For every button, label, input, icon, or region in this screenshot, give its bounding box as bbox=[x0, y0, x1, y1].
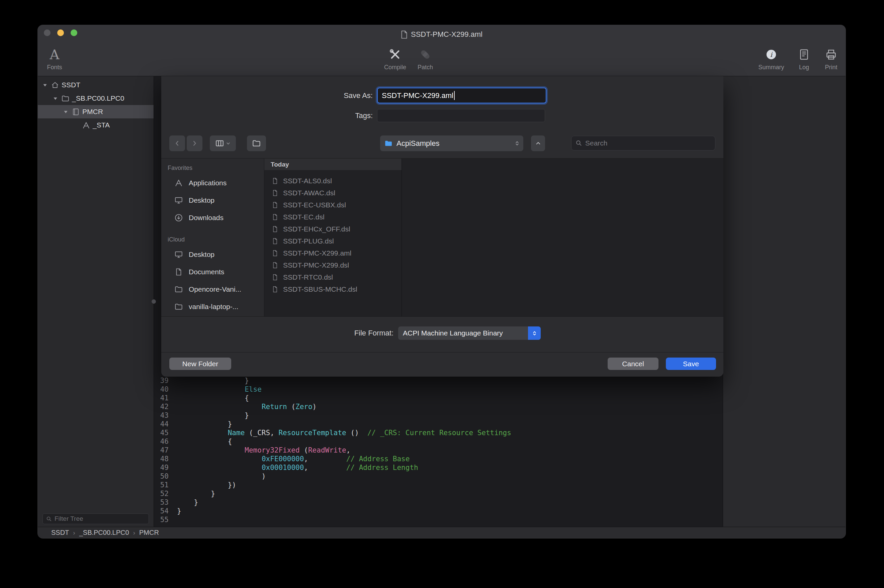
code-editor[interactable]: 39 }40 Else41 {42 Return (Zero)43 }44 }4… bbox=[154, 376, 723, 524]
tree-item-pmcr[interactable]: PMCR bbox=[38, 105, 153, 118]
disclosure-triangle-icon[interactable] bbox=[41, 81, 48, 88]
file-item[interactable]: SSDT-RTC0.dsl bbox=[264, 271, 402, 283]
filter-tree-input[interactable]: Filter Tree bbox=[42, 513, 149, 524]
zoom-button[interactable] bbox=[71, 29, 77, 36]
code-line: 48 0xFE000000, // Address Base bbox=[154, 454, 723, 463]
splitter-handle[interactable] bbox=[152, 299, 156, 304]
sidebar-item-opencore-vani[interactable]: Opencore-Vani... bbox=[161, 280, 264, 298]
disclosure-triangle-icon[interactable] bbox=[62, 108, 69, 116]
tree-item-label: _STA bbox=[93, 121, 110, 129]
file-item-label: SSDT-AWAC.dsl bbox=[283, 189, 335, 197]
code-text: 0x00010000, // Address Length bbox=[171, 463, 418, 472]
save-as-input[interactable]: SSDT-PMC-X299.aml bbox=[377, 88, 546, 104]
search-icon bbox=[575, 140, 582, 147]
sidebar-item-downloads[interactable]: Downloads bbox=[161, 209, 264, 226]
code-line: 45 Name (_CRS, ResourceTemplate () // _C… bbox=[154, 429, 723, 437]
line-number: 54 bbox=[154, 507, 171, 515]
location-value: AcpiSamples bbox=[396, 139, 439, 148]
code-line: 52 } bbox=[154, 489, 723, 498]
sidebar-item-documents[interactable]: Documents bbox=[161, 263, 264, 280]
file-item[interactable]: SSDT-SBUS-MCHC.dsl bbox=[264, 283, 402, 296]
disclosure-triangle-icon[interactable] bbox=[51, 94, 59, 102]
path-separator: › bbox=[133, 529, 135, 537]
save-button[interactable]: Save bbox=[666, 357, 716, 370]
compile-button[interactable]: Compile bbox=[377, 47, 414, 71]
tree-item-ssdt[interactable]: SSDT bbox=[38, 78, 153, 92]
line-number: 48 bbox=[154, 454, 171, 463]
sidebar-item-applications[interactable]: Applications bbox=[161, 174, 264, 192]
file-item-label: SSDT-PLUG.dsl bbox=[283, 237, 334, 245]
minimize-button[interactable] bbox=[57, 29, 64, 36]
file-item[interactable]: SSDT-PLUG.dsl bbox=[264, 235, 402, 247]
fonts-button[interactable]: A Fonts bbox=[41, 47, 68, 71]
file-format-popup[interactable]: ACPI Machine Language Binary bbox=[398, 327, 541, 340]
folder-action-button[interactable] bbox=[247, 135, 266, 151]
forward-button[interactable] bbox=[187, 135, 203, 151]
popup-chevrons-icon bbox=[514, 141, 520, 146]
code-text: Memory32Fixed (ReadWrite, bbox=[171, 446, 350, 454]
path-item[interactable]: _SB.PC00.LPC0 bbox=[79, 529, 129, 537]
breadcrumb: SSDT›_SB.PC00.LPC0›PMCR bbox=[51, 529, 159, 537]
patch-label: Patch bbox=[417, 63, 433, 71]
sidebar-item-vanilla-laptop[interactable]: vanilla-laptop-... bbox=[161, 298, 264, 315]
method-icon bbox=[82, 121, 90, 129]
file-item[interactable]: SSDT-AWAC.dsl bbox=[264, 187, 402, 199]
path-separator: › bbox=[73, 529, 75, 537]
new-folder-button[interactable]: New Folder bbox=[169, 357, 231, 370]
search-input[interactable]: Search bbox=[571, 136, 715, 150]
tree-item-sb-pc00-lpc0[interactable]: _SB.PC00.LPC0 bbox=[38, 92, 153, 105]
status-bar: SSDT›_SB.PC00.LPC0›PMCR bbox=[38, 527, 845, 538]
summary-button[interactable]: i Summary bbox=[755, 47, 788, 71]
tree-item-sta[interactable]: _STA bbox=[38, 118, 153, 132]
blue-folder-icon bbox=[384, 139, 393, 148]
compile-label: Compile bbox=[384, 63, 406, 71]
log-icon bbox=[797, 47, 811, 62]
file-item[interactable]: SSDT-EHCx_OFF.dsl bbox=[264, 223, 402, 235]
code-text: ) bbox=[171, 472, 266, 481]
window-header: SSDT-PMC-X299.aml A Fonts Compile Patch … bbox=[38, 25, 845, 76]
view-mode-button[interactable] bbox=[210, 135, 236, 151]
chevron-up-icon bbox=[535, 141, 541, 146]
code-text: }) bbox=[171, 481, 236, 489]
code-line: 41 { bbox=[154, 394, 723, 402]
print-icon bbox=[824, 47, 838, 62]
patch-icon bbox=[418, 47, 432, 62]
file-browser: Favorites ApplicationsDesktopDownloads i… bbox=[161, 158, 723, 317]
file-item-label: SSDT-ALS0.dsl bbox=[283, 177, 332, 185]
file-item[interactable]: SSDT-EC.dsl bbox=[264, 211, 402, 223]
code-text: } bbox=[171, 489, 215, 498]
file-format-label: File Format: bbox=[161, 327, 393, 340]
applications-icon bbox=[174, 178, 183, 187]
traffic-lights bbox=[44, 29, 77, 36]
maciasl-window: SSDT-PMC-X299.aml A Fonts Compile Patch … bbox=[38, 25, 846, 538]
file-item[interactable]: SSDT-ALS0.dsl bbox=[264, 175, 402, 187]
sidebar-item-desktop[interactable]: Desktop bbox=[161, 246, 264, 263]
document-proxy-icon bbox=[401, 30, 408, 39]
tags-input[interactable] bbox=[377, 109, 545, 122]
column-view-icon bbox=[216, 139, 224, 147]
sidebar-item-label: Applications bbox=[189, 179, 227, 187]
close-button[interactable] bbox=[44, 29, 51, 36]
path-item[interactable]: SSDT bbox=[51, 529, 69, 537]
file-item[interactable]: SSDT-PMC-X299.dsl bbox=[264, 259, 402, 271]
print-button[interactable]: Print bbox=[819, 47, 843, 71]
cancel-button[interactable]: Cancel bbox=[608, 357, 659, 370]
patch-button[interactable]: Patch bbox=[413, 47, 437, 71]
code-text bbox=[171, 515, 177, 524]
log-button[interactable]: Log bbox=[792, 47, 816, 71]
disclosure-spacer bbox=[72, 122, 80, 129]
sidebar-item-desktop[interactable]: Desktop bbox=[161, 192, 264, 209]
file-column: Today SSDT-ALS0.dslSSDT-AWAC.dslSSDT-EC-… bbox=[264, 159, 402, 316]
code-text: { bbox=[171, 394, 249, 402]
location-popup[interactable]: AcpiSamples bbox=[380, 135, 523, 151]
back-button[interactable] bbox=[169, 135, 185, 151]
file-item[interactable]: SSDT-EC-USBX.dsl bbox=[264, 199, 402, 211]
file-icon bbox=[272, 190, 278, 196]
line-number: 41 bbox=[154, 394, 171, 402]
folder-icon bbox=[61, 94, 70, 103]
line-number: 46 bbox=[154, 437, 171, 446]
enclosing-folder-button[interactable] bbox=[531, 135, 545, 151]
code-line: 39 } bbox=[154, 376, 723, 385]
path-item[interactable]: PMCR bbox=[139, 529, 159, 537]
file-item[interactable]: SSDT-PMC-X299.aml bbox=[264, 247, 402, 259]
